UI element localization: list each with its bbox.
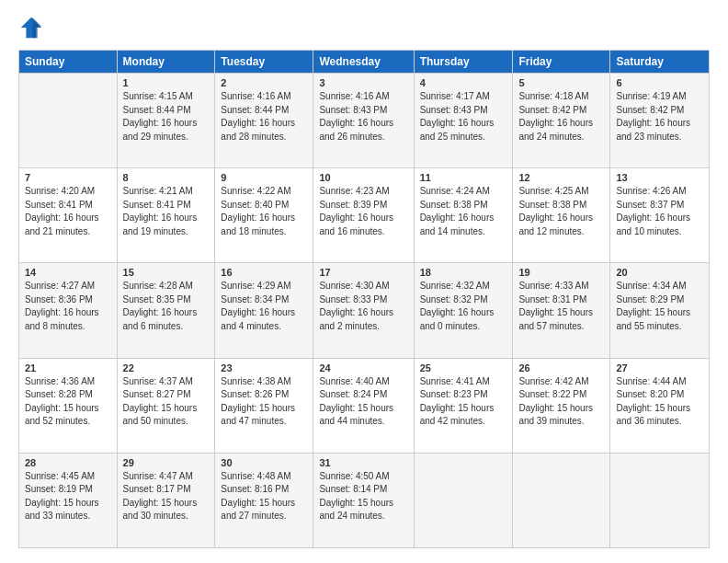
day-info: Sunrise: 4:45 AM Sunset: 8:19 PM Dayligh… [25, 470, 111, 523]
day-cell [610, 453, 710, 547]
day-cell: 15Sunrise: 4:28 AM Sunset: 8:35 PM Dayli… [117, 263, 215, 358]
day-info: Sunrise: 4:32 AM Sunset: 8:32 PM Dayligh… [420, 280, 507, 333]
day-cell: 26Sunrise: 4:42 AM Sunset: 8:22 PM Dayli… [513, 358, 610, 453]
day-number: 25 [420, 362, 507, 373]
header-cell-friday: Friday [513, 51, 610, 74]
day-number: 4 [420, 77, 507, 88]
day-cell: 12Sunrise: 4:25 AM Sunset: 8:38 PM Dayli… [513, 168, 610, 263]
day-info: Sunrise: 4:50 AM Sunset: 8:14 PM Dayligh… [319, 470, 407, 523]
logo [18, 15, 48, 40]
day-info: Sunrise: 4:48 AM Sunset: 8:16 PM Dayligh… [221, 470, 307, 523]
page-header [18, 15, 710, 40]
day-cell: 18Sunrise: 4:32 AM Sunset: 8:32 PM Dayli… [414, 263, 513, 358]
day-number: 3 [319, 77, 407, 88]
week-row-5: 28Sunrise: 4:45 AM Sunset: 8:19 PM Dayli… [19, 453, 710, 547]
day-cell [19, 74, 118, 168]
day-info: Sunrise: 4:41 AM Sunset: 8:23 PM Dayligh… [420, 375, 507, 429]
week-row-4: 21Sunrise: 4:36 AM Sunset: 8:28 PM Dayli… [19, 358, 710, 453]
day-info: Sunrise: 4:16 AM Sunset: 8:43 PM Dayligh… [319, 90, 407, 144]
day-info: Sunrise: 4:20 AM Sunset: 8:41 PM Dayligh… [25, 185, 111, 238]
week-row-2: 7Sunrise: 4:20 AM Sunset: 8:41 PM Daylig… [19, 168, 710, 263]
day-number: 30 [221, 457, 307, 468]
header-cell-saturday: Saturday [610, 51, 710, 74]
day-cell [513, 453, 610, 547]
day-number: 24 [319, 362, 407, 373]
day-cell: 27Sunrise: 4:44 AM Sunset: 8:20 PM Dayli… [610, 358, 710, 453]
svg-marker-0 [21, 17, 41, 38]
day-info: Sunrise: 4:34 AM Sunset: 8:29 PM Dayligh… [616, 280, 703, 333]
day-cell: 7Sunrise: 4:20 AM Sunset: 8:41 PM Daylig… [19, 168, 118, 263]
logo-icon [18, 15, 44, 40]
header-row: SundayMondayTuesdayWednesdayThursdayFrid… [19, 51, 710, 74]
day-cell: 22Sunrise: 4:37 AM Sunset: 8:27 PM Dayli… [117, 358, 215, 453]
day-number: 31 [319, 457, 407, 468]
day-number: 7 [25, 172, 111, 183]
day-info: Sunrise: 4:37 AM Sunset: 8:27 PM Dayligh… [123, 375, 210, 429]
day-cell: 8Sunrise: 4:21 AM Sunset: 8:41 PM Daylig… [117, 168, 215, 263]
header-cell-sunday: Sunday [19, 51, 118, 74]
day-cell: 10Sunrise: 4:23 AM Sunset: 8:39 PM Dayli… [313, 168, 414, 263]
day-number: 19 [518, 267, 604, 278]
day-info: Sunrise: 4:28 AM Sunset: 8:35 PM Dayligh… [123, 280, 210, 333]
day-info: Sunrise: 4:38 AM Sunset: 8:26 PM Dayligh… [221, 375, 307, 429]
day-info: Sunrise: 4:47 AM Sunset: 8:17 PM Dayligh… [123, 470, 210, 523]
day-number: 6 [616, 77, 703, 88]
day-info: Sunrise: 4:25 AM Sunset: 8:38 PM Dayligh… [518, 185, 604, 238]
day-number: 15 [123, 267, 210, 278]
day-number: 17 [319, 267, 407, 278]
day-cell: 4Sunrise: 4:17 AM Sunset: 8:43 PM Daylig… [414, 74, 513, 168]
day-number: 29 [123, 457, 210, 468]
day-number: 28 [25, 457, 111, 468]
day-number: 23 [221, 362, 307, 373]
day-number: 2 [221, 77, 307, 88]
day-cell: 6Sunrise: 4:19 AM Sunset: 8:42 PM Daylig… [610, 74, 710, 168]
day-info: Sunrise: 4:19 AM Sunset: 8:42 PM Dayligh… [616, 90, 703, 144]
day-info: Sunrise: 4:21 AM Sunset: 8:41 PM Dayligh… [123, 185, 210, 238]
day-info: Sunrise: 4:42 AM Sunset: 8:22 PM Dayligh… [518, 375, 604, 429]
day-cell: 11Sunrise: 4:24 AM Sunset: 8:38 PM Dayli… [414, 168, 513, 263]
day-number: 9 [221, 172, 307, 183]
day-info: Sunrise: 4:27 AM Sunset: 8:36 PM Dayligh… [25, 280, 111, 333]
day-number: 11 [420, 172, 507, 183]
day-number: 21 [25, 362, 111, 373]
day-info: Sunrise: 4:18 AM Sunset: 8:42 PM Dayligh… [518, 90, 604, 144]
day-info: Sunrise: 4:17 AM Sunset: 8:43 PM Dayligh… [420, 90, 507, 144]
day-number: 20 [616, 267, 703, 278]
day-info: Sunrise: 4:30 AM Sunset: 8:33 PM Dayligh… [319, 280, 407, 333]
day-info: Sunrise: 4:24 AM Sunset: 8:38 PM Dayligh… [420, 185, 507, 238]
day-info: Sunrise: 4:16 AM Sunset: 8:44 PM Dayligh… [221, 90, 307, 144]
day-cell [414, 453, 513, 547]
day-cell: 23Sunrise: 4:38 AM Sunset: 8:26 PM Dayli… [215, 358, 313, 453]
day-number: 18 [420, 267, 507, 278]
day-cell: 9Sunrise: 4:22 AM Sunset: 8:40 PM Daylig… [215, 168, 313, 263]
day-info: Sunrise: 4:26 AM Sunset: 8:37 PM Dayligh… [616, 185, 703, 238]
day-number: 10 [319, 172, 407, 183]
calendar-header: SundayMondayTuesdayWednesdayThursdayFrid… [19, 51, 710, 74]
header-cell-tuesday: Tuesday [215, 51, 313, 74]
day-cell: 1Sunrise: 4:15 AM Sunset: 8:44 PM Daylig… [117, 74, 215, 168]
day-info: Sunrise: 4:23 AM Sunset: 8:39 PM Dayligh… [319, 185, 407, 238]
day-number: 5 [518, 77, 604, 88]
day-number: 1 [123, 77, 210, 88]
calendar-table: SundayMondayTuesdayWednesdayThursdayFrid… [18, 50, 710, 548]
day-cell: 24Sunrise: 4:40 AM Sunset: 8:24 PM Dayli… [313, 358, 414, 453]
day-cell: 16Sunrise: 4:29 AM Sunset: 8:34 PM Dayli… [215, 263, 313, 358]
day-cell: 21Sunrise: 4:36 AM Sunset: 8:28 PM Dayli… [19, 358, 118, 453]
week-row-1: 1Sunrise: 4:15 AM Sunset: 8:44 PM Daylig… [19, 74, 710, 168]
day-cell: 25Sunrise: 4:41 AM Sunset: 8:23 PM Dayli… [414, 358, 513, 453]
day-cell: 14Sunrise: 4:27 AM Sunset: 8:36 PM Dayli… [19, 263, 118, 358]
day-number: 12 [518, 172, 604, 183]
day-cell: 20Sunrise: 4:34 AM Sunset: 8:29 PM Dayli… [610, 263, 710, 358]
day-cell: 19Sunrise: 4:33 AM Sunset: 8:31 PM Dayli… [513, 263, 610, 358]
day-number: 27 [616, 362, 703, 373]
day-info: Sunrise: 4:15 AM Sunset: 8:44 PM Dayligh… [123, 90, 210, 144]
day-number: 26 [518, 362, 604, 373]
day-cell: 2Sunrise: 4:16 AM Sunset: 8:44 PM Daylig… [215, 74, 313, 168]
header-cell-thursday: Thursday [414, 51, 513, 74]
day-cell: 5Sunrise: 4:18 AM Sunset: 8:42 PM Daylig… [513, 74, 610, 168]
day-number: 13 [616, 172, 703, 183]
day-number: 16 [221, 267, 307, 278]
day-number: 8 [123, 172, 210, 183]
week-row-3: 14Sunrise: 4:27 AM Sunset: 8:36 PM Dayli… [19, 263, 710, 358]
day-cell: 17Sunrise: 4:30 AM Sunset: 8:33 PM Dayli… [313, 263, 414, 358]
